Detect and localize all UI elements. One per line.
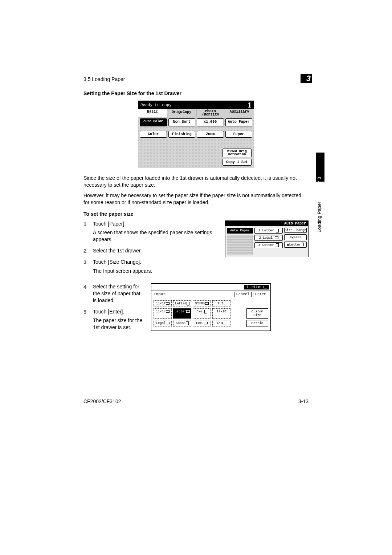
paragraph-intro-1: Since the size of the paper loaded into …	[83, 175, 309, 189]
size-11x14[interactable]: 11×14	[154, 308, 172, 319]
heading-to-set-paper-size: To set the paper size	[83, 211, 309, 217]
landscape-icon	[275, 236, 278, 239]
size-legal[interactable]: Legal	[154, 320, 172, 327]
footer-model: CF2002/CF3102	[83, 398, 121, 404]
tab-orig-copy[interactable]: Orig▶Copy	[167, 109, 196, 117]
lcd-drawer-select: Auto Paper Auto Paper 1 Letter 2 Legal 3…	[225, 220, 309, 257]
lcd-ready-to-copy: Ready to copy 1 Basic Orig▶Copy Photo /D…	[138, 101, 254, 168]
size-letter-l-selected[interactable]: Letter	[173, 308, 191, 319]
size-fls[interactable]: FLS.	[212, 300, 230, 307]
footer-page-number: 3-13	[298, 398, 309, 404]
paper-button[interactable]: Paper	[225, 131, 253, 138]
bypass-button[interactable]: Bypass	[284, 234, 307, 240]
portrait-icon	[301, 243, 304, 246]
size-4x6[interactable]: 4×6	[212, 320, 230, 327]
size-11x17[interactable]: 11×17	[154, 300, 172, 307]
non-sort-button[interactable]: Non-Sort	[168, 118, 196, 126]
status-text: Ready to copy	[140, 103, 172, 107]
lcd-input-size: 1 Letter Input Cancel Enter 11×17 Letter…	[151, 283, 271, 331]
size-change-button[interactable]: Size Change	[284, 228, 307, 233]
size-12x18[interactable]: 12×18	[212, 308, 230, 319]
auto-color-button[interactable]: Auto Color	[140, 118, 167, 126]
step-4: Select the setting for the size of paper…	[83, 283, 145, 304]
tab-basic[interactable]: Basic	[138, 109, 167, 117]
zoom-button[interactable]: Zoom	[197, 131, 224, 138]
size-halfletter-l[interactable]: 5½×8½	[193, 300, 211, 307]
size-letter-p[interactable]: Letter	[173, 300, 191, 307]
size-exe-p[interactable]: Exe.	[193, 308, 211, 319]
side-tab-label-plain: Loading Paper	[317, 202, 322, 232]
custom-size-button[interactable]: Custom Size	[246, 308, 268, 319]
enter-button[interactable]: Enter	[253, 292, 268, 297]
drawer-3[interactable]: 3 Letter	[254, 242, 283, 248]
machine-diagram	[227, 235, 253, 255]
panel2-title: Auto Paper	[225, 221, 308, 226]
portrait-icon	[276, 229, 279, 232]
drawer-1[interactable]: 1 Letter	[254, 228, 283, 234]
step-1: Touch [Paper]. A screen that shows the s…	[83, 220, 219, 243]
tab-auxiliary[interactable]: Auxiliary	[225, 109, 254, 117]
landscape-icon	[264, 286, 267, 288]
copy-counter: 1	[248, 102, 252, 108]
chapter-number-box: 3	[301, 74, 312, 83]
portrait-icon	[276, 243, 279, 247]
side-chapter-tab: Loading Paper Chapter 3	[316, 153, 324, 232]
step-5: Touch [Enter]. The paper size for the 1s…	[83, 308, 145, 331]
size-exe-l[interactable]: Exe.	[193, 320, 211, 327]
zoom-ratio-button[interactable]: x1.000	[197, 118, 224, 126]
section-header: 3.5 Loading Paper	[83, 76, 125, 82]
color-button[interactable]: Color	[140, 131, 167, 138]
size-halfletter-p[interactable]: 5½×8½	[173, 320, 191, 327]
drawer-2[interactable]: 2 Legal	[254, 235, 283, 241]
finishing-button[interactable]: Finishing	[168, 131, 196, 138]
step-2: Select the 1st drawer.	[83, 247, 219, 254]
copy-set-button[interactable]: Copy 1 Set	[222, 159, 252, 166]
paragraph-intro-2: However, it may be necessary to set the …	[83, 192, 309, 206]
tab-photo-density[interactable]: Photo /Density	[196, 109, 225, 117]
auto-paper-button[interactable]: Auto Paper	[225, 118, 253, 126]
metric-button[interactable]: Metric	[246, 320, 268, 327]
step-3: Touch [Size Change]. The Input screen ap…	[83, 259, 219, 275]
heading-setting-paper-size: Setting the Paper Size for the 1st Drawe…	[83, 90, 309, 96]
auto-paper-selected[interactable]: Auto Paper	[227, 228, 253, 234]
drawer-indicator: 1 Letter	[244, 285, 269, 289]
input-label: Input	[154, 292, 166, 296]
bypass-letter[interactable]: ▦Letter	[284, 242, 307, 248]
mixed-orig-button[interactable]: Mixed Orig Detection	[222, 149, 252, 157]
side-tab-label-chapter: Chapter 3	[317, 177, 322, 200]
cancel-button[interactable]: Cancel	[234, 292, 252, 297]
